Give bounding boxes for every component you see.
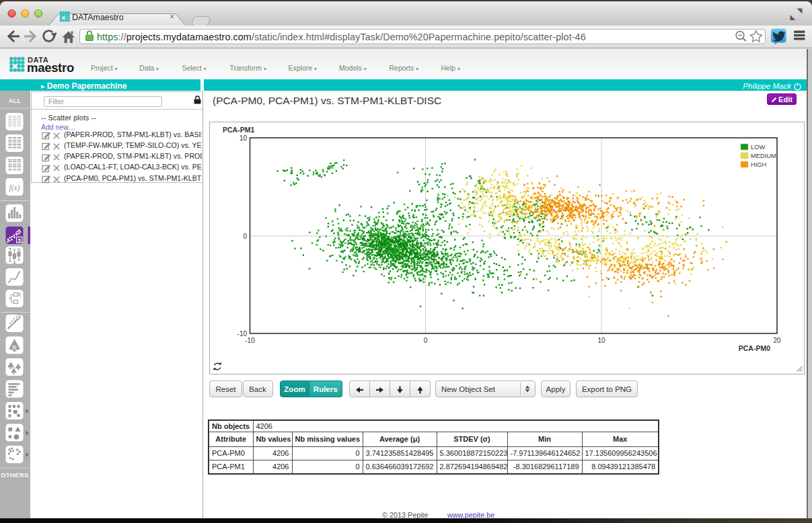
svg-text:HIGH: HIGH [751, 161, 766, 168]
svg-text:-10: -10 [245, 337, 255, 344]
svg-text:×: × [170, 11, 175, 22]
svg-text:PCA-PM1: PCA-PM1 [223, 126, 254, 134]
svg-text:DATAmaestro: DATAmaestro [72, 13, 124, 22]
svg-text:maestro: maestro [27, 61, 74, 75]
svg-text:OTHERS: OTHERS [1, 471, 28, 479]
svg-text:D: D [13, 344, 17, 350]
svg-text:20: 20 [773, 337, 781, 344]
svg-text:-10: -10 [237, 330, 248, 337]
svg-text:0: 0 [424, 337, 428, 344]
svg-text:10: 10 [239, 134, 248, 142]
svg-text:0: 0 [243, 233, 247, 240]
svg-text:f(x): f(x) [9, 184, 20, 192]
svg-text:5: 5 [18, 237, 21, 243]
svg-text:10: 10 [597, 337, 605, 344]
svg-text:ALL: ALL [9, 97, 22, 104]
svg-text:https://projects.mydatamaestro: https://projects.mydatamaestro.com/stati… [97, 32, 586, 42]
svg-text:LOW: LOW [751, 144, 765, 151]
svg-text:PCA-PM0: PCA-PM0 [739, 344, 770, 352]
svg-text:MEDIUM: MEDIUM [751, 153, 776, 159]
